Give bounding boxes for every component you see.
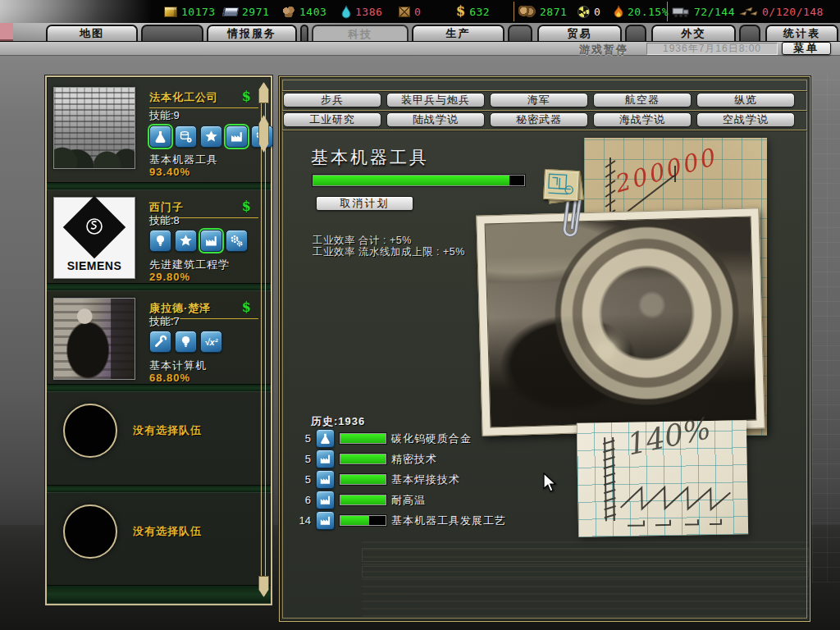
electricity-bulb-icon <box>175 331 197 353</box>
team-photo-igfarben <box>53 87 135 169</box>
background-pink-fragment <box>0 23 13 41</box>
empty-team-label: 没有选择队伍 <box>133 524 202 539</box>
team-specialties: √x² <box>149 331 222 353</box>
resource-nuclear: 0 <box>578 0 600 23</box>
topbar-divider <box>667 2 668 21</box>
component-difficulty: 5 <box>285 432 311 445</box>
progress-fill <box>340 454 386 463</box>
faded-document-texture <box>362 541 809 617</box>
dissent-icon <box>614 5 623 19</box>
research-slot-3[interactable]: $ 康拉德·楚泽 技能:7 √x² 基本计算机 68.80% <box>47 291 259 393</box>
component-progress-bar <box>340 474 386 485</box>
paused-label: 游戏暂停 <box>579 43 628 57</box>
component-difficulty: 5 <box>285 473 311 486</box>
mechanics-wrench-icon <box>149 331 171 353</box>
progress-fill <box>340 495 386 504</box>
empty-team-circle <box>63 504 117 559</box>
component-progress-bar <box>340 515 386 526</box>
research-slot-2[interactable]: SIEMENS $ 西门子 技能:8 先进建筑工程学 29.80% <box>47 190 259 292</box>
category-air-doctrine[interactable]: 空战学说 <box>696 112 795 127</box>
metal-icon <box>222 7 239 16</box>
oil-value: 1386 <box>355 6 382 18</box>
tab-spacer <box>739 25 760 41</box>
category-land-doctrine[interactable]: 陆战学说 <box>386 112 485 127</box>
money-value: 632 <box>469 6 490 18</box>
tab-diplomacy[interactable]: 外交 <box>651 25 736 41</box>
scrollbar-track[interactable] <box>261 103 266 579</box>
component-difficulty: 14 <box>285 514 311 527</box>
team-skill: 技能:8 <box>149 213 180 228</box>
manpower-icon <box>518 6 536 17</box>
resource-supplies: 0 <box>399 0 421 23</box>
slot-separator <box>47 283 271 291</box>
transports-value: 72/144 <box>694 6 735 18</box>
tab-spacer <box>508 25 532 41</box>
team-progress: 29.80% <box>149 271 190 283</box>
category-aircraft[interactable]: 航空器 <box>593 93 692 107</box>
date-display: 1936年7月16日8:00 <box>646 43 778 55</box>
tech-component-row: 5 基本焊接技术 <box>285 470 460 489</box>
team-skill: 技能:7 <box>149 314 180 329</box>
supplies-value: 0 <box>414 6 421 18</box>
management-star-icon <box>175 230 197 252</box>
blueprint-icon[interactable] <box>543 169 580 201</box>
slot-separator <box>47 384 271 392</box>
team-specialties <box>149 230 248 252</box>
category-infantry[interactable]: 步兵 <box>283 93 381 107</box>
category-overview[interactable]: 纵览 <box>696 93 795 107</box>
industry-icon <box>316 470 335 489</box>
category-industry[interactable]: 工业研究 <box>283 112 381 127</box>
convoys-value: 0/120/148 <box>762 6 824 18</box>
menu-button[interactable]: 菜单 <box>782 42 831 55</box>
category-naval-doctrine[interactable]: 海战学说 <box>593 112 692 127</box>
team-photo-siemens: SIEMENS <box>53 197 135 279</box>
category-secret-weapons[interactable]: 秘密武器 <box>490 112 588 127</box>
progress-fill <box>340 475 386 484</box>
electronics-icon <box>175 126 197 148</box>
scroll-down-arrow[interactable] <box>258 576 269 597</box>
tab-intelligence[interactable]: 情报服务 <box>207 25 297 41</box>
pencil-sketch-sawtooth <box>578 423 744 534</box>
management-star-icon <box>200 126 222 148</box>
tab-production[interactable]: 生产 <box>412 25 504 41</box>
component-name: 基本焊接技术 <box>391 472 460 487</box>
faded-document-box <box>362 548 809 562</box>
category-armor-artillery[interactable]: 装甲兵与炮兵 <box>386 93 485 107</box>
supplies-icon <box>399 7 410 17</box>
tab-spacer <box>141 25 203 41</box>
team-specialties <box>149 126 273 148</box>
tab-map[interactable]: 地图 <box>46 25 138 41</box>
scroll-up-arrow[interactable] <box>258 82 269 103</box>
siemens-monogram <box>83 215 106 238</box>
convoy-icon <box>738 6 758 17</box>
cancel-research-button[interactable]: 取消计划 <box>316 196 413 211</box>
tab-spacer <box>300 25 308 41</box>
energy-icon <box>164 7 177 17</box>
topbar-divider <box>514 2 514 21</box>
slot-separator <box>47 182 271 190</box>
scrollbar-thumb[interactable] <box>258 115 269 153</box>
tab-statistics[interactable]: 统计表 <box>765 25 838 41</box>
component-name: 精密技术 <box>391 452 437 467</box>
gold-divider <box>282 130 807 130</box>
category-navy[interactable]: 海军 <box>490 93 588 107</box>
research-slot-1[interactable]: $ 法本化工公司 技能:9 基本机器工具 93.40% <box>47 80 259 182</box>
resource-money: $ 632 <box>456 0 490 23</box>
team-skill: 技能:9 <box>149 108 180 123</box>
resource-bar: 10173 2971 1403 1386 0 $ 632 2871 0 <box>0 0 840 23</box>
research-slot-4-empty[interactable]: 没有选择队伍 <box>47 392 259 485</box>
tab-technology[interactable]: 科技 <box>312 25 409 42</box>
nuclear-icon <box>578 6 590 18</box>
tech-title: 基本机器工具 <box>311 146 429 169</box>
rare-materials-value: 1403 <box>299 6 326 18</box>
game-screen: 10173 2971 1403 1386 0 $ 632 2871 0 <box>0 0 840 630</box>
oil-icon <box>341 5 351 19</box>
resource-convoys: 0/120/148 <box>738 0 824 23</box>
tech-component-row: 5 碳化钨硬质合金 <box>285 429 472 448</box>
tech-progress-bar <box>313 175 525 186</box>
progress-fill <box>340 434 386 443</box>
research-slot-5-empty[interactable]: 没有选择队伍 <box>47 493 259 585</box>
component-name: 基本机器工具发展工艺 <box>391 514 506 528</box>
empty-team-label: 没有选择队伍 <box>133 423 202 438</box>
tab-trade[interactable]: 贸易 <box>537 25 622 41</box>
